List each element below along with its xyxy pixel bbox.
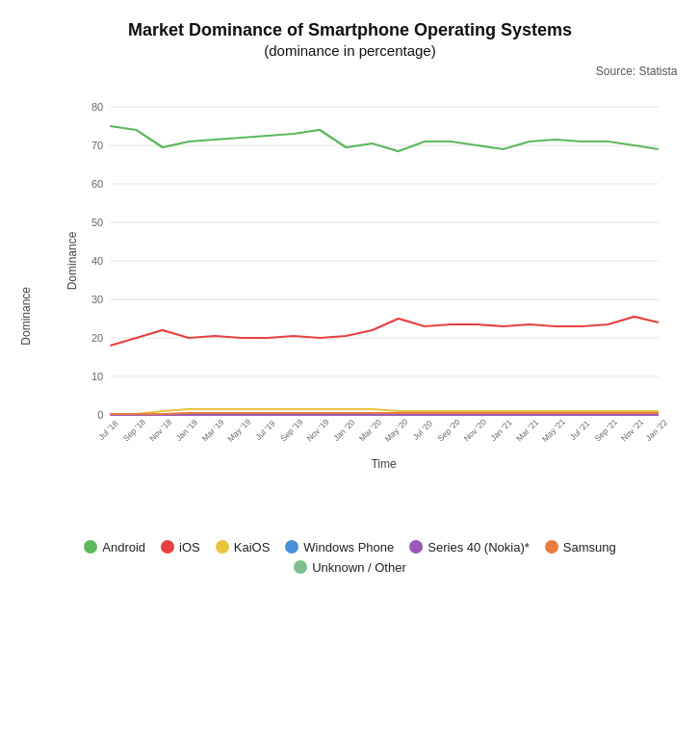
svg-text:May '21: May '21 — [539, 417, 566, 444]
legend-android: Android — [84, 540, 145, 555]
svg-text:20: 20 — [91, 332, 102, 344]
chart-svg: 80 70 60 50 40 30 20 10 0 Jul '18 Sep '1… — [66, 97, 668, 473]
svg-text:70: 70 — [91, 140, 102, 151]
svg-text:Jan '19: Jan '19 — [173, 417, 199, 442]
svg-text:Mar '19: Mar '19 — [199, 417, 225, 443]
svg-text:Mar '20: Mar '20 — [356, 417, 382, 443]
chart-area: Dominance 80 70 60 50 40 30 20 10 — [13, 88, 687, 530]
svg-text:Dominance: Dominance — [66, 231, 79, 290]
svg-text:Sep '18: Sep '18 — [120, 417, 147, 443]
android-line — [110, 126, 659, 151]
svg-text:Nov '18: Nov '18 — [146, 417, 173, 443]
svg-text:80: 80 — [91, 101, 102, 113]
svg-text:Jan '20: Jan '20 — [330, 417, 356, 442]
svg-text:Nov '21: Nov '21 — [618, 417, 645, 443]
svg-text:0: 0 — [97, 409, 103, 421]
svg-text:Jul '19: Jul '19 — [253, 418, 277, 441]
windows-phone-label: Windows Phone — [303, 540, 394, 555]
windows-phone-dot — [285, 540, 298, 554]
svg-text:Nov '19: Nov '19 — [304, 417, 331, 443]
svg-text:Jan '22: Jan '22 — [643, 417, 667, 442]
svg-text:50: 50 — [91, 217, 102, 228]
legend-ios: iOS — [161, 540, 200, 555]
svg-text:Sep '20: Sep '20 — [435, 417, 462, 443]
ios-dot — [161, 540, 174, 554]
svg-text:40: 40 — [91, 255, 102, 267]
legend-series40: Series 40 (Nokia)* — [409, 540, 530, 555]
kaios-dot — [216, 540, 229, 554]
android-label: Android — [102, 540, 145, 555]
unknown-label: Unknown / Other — [312, 560, 406, 575]
svg-text:Nov '20: Nov '20 — [461, 417, 488, 443]
series40-dot — [409, 540, 423, 554]
svg-text:May '19: May '19 — [225, 417, 252, 444]
svg-text:60: 60 — [91, 178, 102, 190]
samsung-label: Samsung — [563, 540, 616, 555]
legend-samsung: Samsung — [545, 540, 616, 555]
legend-windows-phone: Windows Phone — [285, 540, 394, 555]
unknown-dot — [294, 560, 307, 574]
svg-text:Jul '18: Jul '18 — [96, 418, 120, 441]
source-label: Source: Statista — [13, 64, 678, 78]
y-axis-label: Dominance — [19, 287, 33, 346]
ios-line — [110, 317, 659, 346]
android-dot — [84, 540, 97, 554]
svg-text:Sep '21: Sep '21 — [592, 417, 619, 443]
legend-unknown: Unknown / Other — [294, 560, 406, 575]
samsung-dot — [545, 540, 558, 554]
svg-text:Jan '21: Jan '21 — [488, 417, 514, 442]
ios-label: iOS — [179, 540, 200, 555]
chart-title: Market Dominance of Smartphone Operating… — [13, 19, 687, 61]
chart-container: Market Dominance of Smartphone Operating… — [13, 19, 687, 575]
legend-area: Android iOS KaiOS Windows Phone Series 4… — [13, 540, 687, 575]
series40-label: Series 40 (Nokia)* — [428, 540, 530, 555]
legend-kaios: KaiOS — [216, 540, 271, 555]
svg-text:Mar '21: Mar '21 — [514, 417, 540, 443]
svg-text:10: 10 — [91, 371, 102, 382]
svg-text:Jul '21: Jul '21 — [567, 418, 591, 441]
svg-text:Sep '19: Sep '19 — [278, 417, 305, 443]
svg-text:Time: Time — [371, 457, 397, 471]
svg-text:30: 30 — [91, 294, 102, 305]
svg-text:Jul '20: Jul '20 — [410, 418, 434, 441]
svg-text:May '20: May '20 — [382, 417, 409, 444]
kaios-label: KaiOS — [234, 540, 271, 555]
samsung-line — [110, 413, 659, 414]
